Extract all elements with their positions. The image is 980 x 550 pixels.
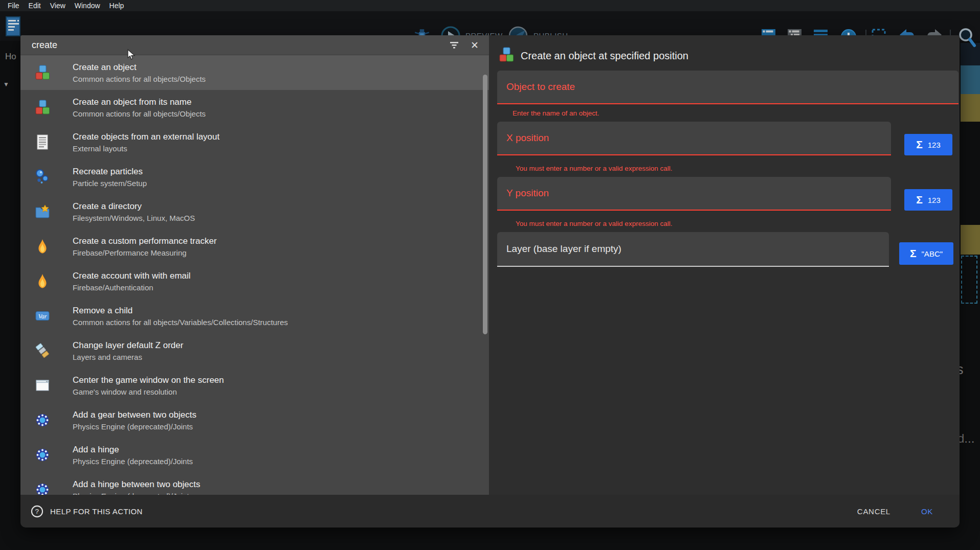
action-result-item[interactable]: Add a hinge between two objectsPhysics E… [20,472,489,495]
expression-type-label: "ABC" [922,249,943,258]
objects-cubes-icon [34,99,51,116]
variable-icon: Var [34,308,51,324]
action-result-item[interactable]: Create an objectCommon actions for all o… [20,55,489,90]
bg-text-fragment: d... [957,431,974,446]
field-helper-text: Enter the name of an object. [513,109,599,117]
layer-field[interactable]: Layer (base layer if empty) [497,232,889,267]
filter-icon[interactable] [448,39,460,51]
result-subtitle: Game's window and resolution [73,387,224,396]
svg-text:Var: Var [38,313,47,320]
field-error-text: You must enter a number or a valid expre… [516,165,672,172]
field-label: Object to create [506,81,575,93]
help-button-label: HELP FOR THIS ACTION [50,507,143,516]
action-result-item[interactable]: Center the game window on the screenGame… [20,368,489,403]
menu-help[interactable]: Help [105,2,129,10]
result-title: Add a hinge [73,445,193,455]
action-title: Create an object at specified position [521,50,688,62]
instruction-editor-dialog: create ✕ Create an objectCommon actions … [20,35,960,528]
svg-text:?: ? [35,508,39,515]
objects-cubes-icon [498,47,515,63]
chevron-down-icon: ▼ [3,81,9,88]
ok-button[interactable]: OK [921,507,933,516]
firebase-flame-icon [34,273,51,289]
action-result-item[interactable]: Create a directoryFilesystem/Windows, Li… [20,194,489,229]
mouse-cursor [127,49,138,63]
home-tab-clipped: Ho [5,52,20,62]
particles-icon [34,169,51,185]
action-result-item[interactable]: Create a custom performance trackerFireb… [20,229,489,264]
objects-cubes-icon [34,64,51,81]
action-result-item[interactable]: Create objects from an external layoutEx… [20,125,489,159]
y-position-field[interactable]: Y position [497,177,891,211]
menu-file[interactable]: File [3,2,24,10]
field-label: Y position [506,188,549,199]
physics-joint-icon [34,482,51,495]
result-title: Add a hinge between two objects [73,479,201,490]
field-error-text: You must enter a number or a valid expre… [516,220,672,227]
x-expression-button[interactable]: Σ 123 [904,134,952,155]
result-subtitle: Common actions for all objects/Variables… [73,318,288,327]
cancel-button[interactable]: CANCEL [857,507,890,516]
action-result-item[interactable]: Change layer default Z orderLayers and c… [20,333,489,368]
result-title: Create account with with email [73,271,191,281]
result-title: Recreate particles [73,167,147,177]
dialog-footer: ? HELP FOR THIS ACTION CANCEL OK [20,495,960,528]
action-result-item[interactable]: Create account with with emailFirebase/A… [20,264,489,299]
bg-thumbnail-teal [961,65,980,94]
y-expression-button[interactable]: Σ 123 [904,189,952,211]
game-window-icon [34,377,51,394]
action-results-list: Create an objectCommon actions for all o… [20,55,489,495]
expression-type-label: 123 [928,141,941,149]
action-search-input[interactable]: create ✕ [20,35,489,55]
folder-star-icon [34,203,51,220]
result-subtitle: Physics Engine (deprecated)/Joints [73,492,201,495]
result-title: Add a gear between two objects [73,410,196,420]
result-title: Create a custom performance tracker [73,236,217,246]
search-icon[interactable] [957,26,977,49]
menu-edit[interactable]: Edit [24,2,46,10]
result-subtitle: External layouts [73,144,219,153]
expression-type-label: 123 [928,196,941,204]
app-window: File Edit View Window Help PREVIEW PUBLI… [0,0,980,550]
action-result-item[interactable]: Add a gear between two objectsPhysics En… [20,403,489,438]
result-title: Create an object [73,62,206,73]
action-result-item[interactable]: Recreate particlesParticle system/Setup [20,159,489,194]
object-to-create-field[interactable]: Object to create [497,71,959,104]
result-title: Create a directory [73,201,195,212]
bg-dashed-selection [961,256,977,304]
menu-bar: File Edit View Window Help [0,0,980,11]
action-config-panel: Create an object at specified position O… [489,35,960,495]
help-button[interactable]: ? HELP FOR THIS ACTION [31,505,143,518]
field-label: Layer (base layer if empty) [506,243,621,255]
close-icon[interactable]: ✕ [471,40,482,50]
result-subtitle: Common actions for all objects/Objects [73,75,206,83]
sigma-icon: Σ [910,247,917,260]
project-manager-icon[interactable] [4,15,23,38]
result-subtitle: Particle system/Setup [73,179,147,188]
result-subtitle: Common actions for all objects/Objects [73,109,206,118]
menu-view[interactable]: View [46,2,70,10]
action-result-item[interactable]: Add a hingePhysics Engine (deprecated)/J… [20,438,489,472]
action-search-panel: create ✕ Create an objectCommon actions … [20,35,489,495]
result-title: Create an object from its name [73,97,206,107]
physics-joint-icon [34,412,51,428]
result-subtitle: Firebase/Authentication [73,283,191,292]
result-subtitle: Filesystem/Windows, Linux, MacOS [73,214,195,222]
physics-joint-icon [34,447,51,463]
sigma-icon: Σ [916,139,923,151]
result-title: Center the game window on the screen [73,375,224,385]
bg-thumbnail-olive [961,225,980,255]
firebase-flame-icon [34,238,51,255]
x-position-field[interactable]: X position [497,122,891,155]
field-label: X position [506,132,549,144]
layer-expression-button[interactable]: Σ "ABC" [899,242,953,265]
external-layout-icon [34,134,51,150]
action-result-item[interactable]: Create an object from its nameCommon act… [20,90,489,125]
result-subtitle: Physics Engine (deprecated)/Joints [73,422,196,431]
action-result-item[interactable]: VarRemove a childCommon actions for all … [20,299,489,333]
result-title: Change layer default Z order [73,340,183,351]
menu-window[interactable]: Window [70,2,105,10]
list-scrollbar[interactable] [483,75,487,334]
layers-icon [34,342,51,359]
bg-thumbnail-olive [961,94,980,122]
